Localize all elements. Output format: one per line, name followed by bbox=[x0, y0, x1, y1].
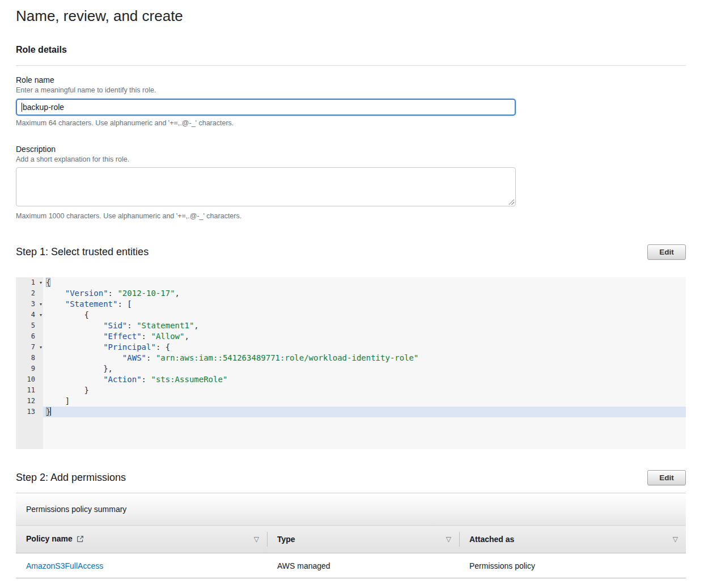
role-name-hint: Enter a meaningful name to identify this… bbox=[16, 86, 686, 95]
description-hint: Add a short explanation for this role. bbox=[16, 155, 686, 164]
json-string: "2012-10-17" bbox=[117, 289, 175, 298]
json-key: "Effect" bbox=[103, 332, 141, 341]
line-number: 2 bbox=[16, 288, 43, 299]
editor-line: 1▾{ bbox=[16, 277, 686, 288]
editor-line: 10 "Action": "sts:AssumeRole" bbox=[16, 374, 686, 385]
fold-arrow-icon[interactable]: ▾ bbox=[40, 310, 42, 320]
json-punctuation bbox=[46, 289, 65, 298]
editor-code-line: "Action": "sts:AssumeRole" bbox=[43, 374, 686, 385]
editor-line: 6 "Effect": "Allow", bbox=[16, 331, 686, 342]
json-punctuation: { bbox=[46, 278, 50, 287]
line-number: 4▾ bbox=[16, 310, 43, 320]
json-string: "sts:AssumeRole" bbox=[151, 375, 227, 384]
editor-code-line: { bbox=[43, 310, 686, 320]
json-punctuation bbox=[46, 299, 65, 308]
column-divider bbox=[267, 532, 268, 547]
column-header-label: Type bbox=[277, 535, 295, 544]
json-punctuation bbox=[46, 321, 103, 330]
editor-line: 9 }, bbox=[16, 363, 686, 374]
column-header-attached-as: Attached as▽ bbox=[459, 526, 686, 553]
editor-cursor bbox=[50, 407, 51, 416]
table-cell: Permissions policy bbox=[459, 553, 686, 578]
json-punctuation: : bbox=[142, 332, 151, 341]
json-key: "Principal" bbox=[103, 342, 156, 352]
line-number: 8 bbox=[16, 353, 43, 363]
editor-code-line: } bbox=[43, 407, 686, 417]
editor-line: 11 } bbox=[16, 385, 686, 396]
line-number: 9 bbox=[16, 363, 43, 374]
step1-edit-button[interactable]: Edit bbox=[647, 244, 686, 260]
role-name-constraint: Maximum 64 characters. Use alphanumeric … bbox=[16, 119, 686, 128]
step2-edit-button[interactable]: Edit bbox=[647, 470, 686, 485]
fold-arrow-icon[interactable]: ▾ bbox=[40, 277, 42, 288]
description-constraint: Maximum 1000 characters. Use alphanumeri… bbox=[16, 212, 686, 221]
json-punctuation bbox=[46, 353, 122, 362]
line-number: 11 bbox=[16, 385, 43, 396]
json-punctuation: : bbox=[142, 375, 151, 384]
resize-handle-icon[interactable] bbox=[508, 199, 514, 205]
column-header-type: Type▽ bbox=[267, 526, 459, 553]
line-number: 10 bbox=[16, 374, 43, 385]
json-punctuation: { bbox=[46, 310, 89, 319]
json-punctuation: , bbox=[184, 332, 189, 341]
json-punctuation bbox=[46, 332, 103, 341]
line-number: 1▾ bbox=[16, 277, 43, 288]
policy-table-body: AmazonS3FullAccessAWS managedPermissions… bbox=[16, 553, 686, 578]
description-label: Description bbox=[16, 145, 686, 154]
step2-header: Step 2: Add permissions Edit bbox=[16, 470, 686, 485]
role-name-input[interactable]: backup-role bbox=[16, 99, 516, 116]
json-key: "Sid" bbox=[103, 321, 127, 330]
json-key: "AWS" bbox=[122, 353, 146, 362]
json-string: "arn:aws:iam::541263489771:role/workload… bbox=[156, 353, 419, 362]
sort-triangle-icon[interactable]: ▽ bbox=[254, 535, 259, 543]
json-punctuation: }, bbox=[46, 364, 113, 373]
json-punctuation: , bbox=[175, 289, 180, 298]
text-cursor bbox=[22, 103, 22, 112]
description-textarea[interactable] bbox=[16, 167, 516, 206]
sort-triangle-icon[interactable]: ▽ bbox=[673, 535, 678, 543]
editor-line: 3▾ "Statement": [ bbox=[16, 299, 686, 310]
json-punctuation: } bbox=[46, 407, 50, 416]
line-number: 5 bbox=[16, 320, 43, 331]
sort-triangle-icon[interactable]: ▽ bbox=[446, 535, 451, 543]
fold-arrow-icon[interactable]: ▾ bbox=[40, 299, 42, 310]
role-details-divider bbox=[16, 65, 686, 66]
policy-link[interactable]: AmazonS3FullAccess bbox=[26, 561, 103, 570]
editor-code-line: "Statement": [ bbox=[43, 299, 686, 310]
json-punctuation bbox=[46, 342, 103, 352]
line-number: 12 bbox=[16, 396, 43, 407]
step2-heading: Step 2: Add permissions bbox=[16, 470, 126, 485]
fold-arrow-icon[interactable]: ▾ bbox=[40, 342, 42, 353]
column-divider bbox=[459, 532, 460, 547]
json-punctuation: : bbox=[108, 289, 118, 298]
panel-title: Permissions policy summary bbox=[16, 493, 686, 525]
editor-line: 13} bbox=[16, 407, 686, 417]
policy-json-editor[interactable]: 1▾{2 "Version": "2012-10-17",3▾ "Stateme… bbox=[16, 277, 686, 449]
column-header-label: Attached as bbox=[469, 535, 514, 544]
json-punctuation: : bbox=[127, 321, 137, 330]
editor-code-line: } bbox=[43, 385, 686, 396]
json-key: "Statement" bbox=[65, 299, 118, 308]
editor-code-line: }, bbox=[43, 363, 686, 374]
policy-table: Policy name▽Type▽Attached as▽ AmazonS3Fu… bbox=[16, 525, 686, 578]
editor-code-line: "Principal": { bbox=[43, 342, 686, 353]
table-row: AmazonS3FullAccessAWS managedPermissions… bbox=[16, 553, 686, 578]
editor-code-line: "Sid": "Statement1", bbox=[43, 320, 686, 331]
editor-code-line: "Effect": "Allow", bbox=[43, 331, 686, 342]
editor-line: 5 "Sid": "Statement1", bbox=[16, 320, 686, 331]
role-name-label: Role name bbox=[16, 75, 686, 85]
editor-line: 4▾ { bbox=[16, 310, 686, 320]
line-number: 13 bbox=[16, 407, 43, 417]
json-punctuation: : { bbox=[156, 342, 170, 352]
json-key: "Version" bbox=[65, 289, 108, 298]
line-number: 7▾ bbox=[16, 342, 43, 353]
line-number: 6 bbox=[16, 331, 43, 342]
editor-code-line: "Version": "2012-10-17", bbox=[43, 288, 686, 299]
role-details-heading: Role details bbox=[16, 44, 686, 55]
step1-header: Step 1: Select trusted entities Edit bbox=[16, 244, 686, 260]
editor-code-line: "AWS": "arn:aws:iam::541263489771:role/w… bbox=[43, 353, 686, 363]
json-punctuation: ] bbox=[46, 396, 70, 405]
column-header-label: Policy name bbox=[26, 534, 73, 543]
json-punctuation: , bbox=[194, 321, 198, 330]
editor-line: 8 "AWS": "arn:aws:iam::541263489771:role… bbox=[16, 353, 686, 363]
